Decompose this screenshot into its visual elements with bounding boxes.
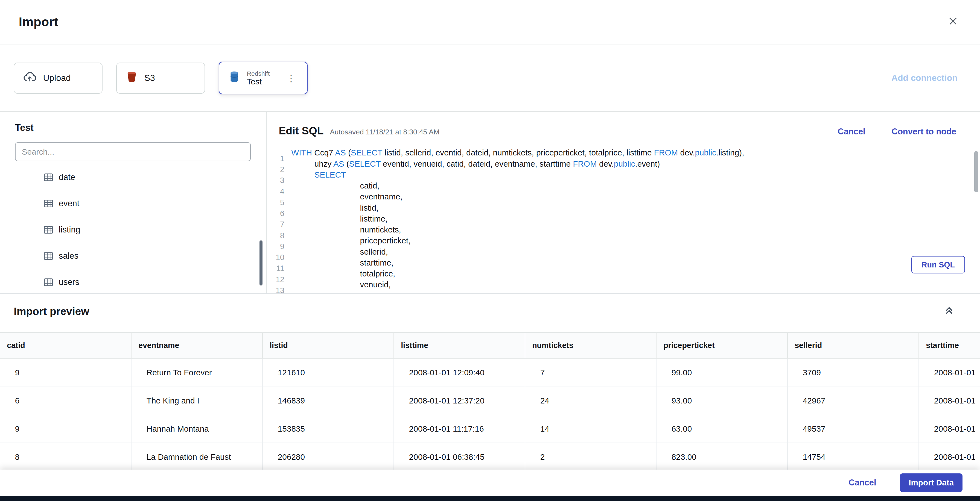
kebab-menu-icon[interactable]: ⋮ — [284, 71, 298, 85]
preview-header-row: catideventnamelistidlisttimenumticketspr… — [0, 333, 980, 359]
add-connection-link[interactable]: Add connection — [891, 73, 958, 83]
column-header-numtickets: numtickets — [525, 333, 656, 359]
table-cell: 121610 — [262, 359, 394, 387]
line-number: 8 — [267, 230, 285, 241]
cloud-upload-icon — [23, 70, 37, 86]
import-data-button[interactable]: Import Data — [900, 473, 963, 492]
line-number: 1 — [267, 153, 285, 164]
import-preview-section: Import preview catideventnamelistidlistt… — [0, 293, 980, 469]
column-header-eventname: eventname — [131, 333, 262, 359]
s3-tile[interactable]: S3 — [116, 63, 205, 94]
table-cell: 206280 — [262, 443, 394, 469]
table-grid-icon — [44, 277, 53, 287]
table-cell: 93.00 — [656, 387, 788, 415]
table-cell: 14 — [525, 415, 656, 443]
table-item-event[interactable]: event — [0, 190, 266, 217]
autosave-status: Autosaved 11/18/21 at 8:30:45 AM — [330, 128, 439, 136]
sql-code: WITH Ccq7 AS (SELECT listid, sellerid, e… — [291, 147, 971, 290]
table-cell: Hannah Montana — [131, 415, 262, 443]
table-cell: 2008-01-01 06:38:45 — [394, 443, 525, 469]
table-cell: 14754 — [788, 443, 919, 469]
column-header-listtime: listtime — [394, 333, 525, 359]
sql-code-editor[interactable]: 12345678910111213 WITH Ccq7 AS (SELECT l… — [267, 147, 971, 293]
sql-line: SELECT — [291, 170, 971, 180]
close-icon — [948, 16, 958, 28]
connection-tiles-row: Upload S3 — [0, 45, 980, 112]
preview-table: catideventnamelistidlisttimenumticketspr… — [0, 332, 980, 469]
table-cell: Return To Forever — [131, 359, 262, 387]
run-sql-button[interactable]: Run SQL — [912, 256, 965, 273]
line-number: 4 — [267, 186, 285, 197]
column-header-starttime: starttime — [919, 333, 980, 359]
table-item-users[interactable]: users — [0, 269, 266, 293]
dialog-header: Import — [0, 0, 980, 45]
main-area: Test dateeventlistingsalesusers Edit SQL… — [0, 112, 980, 293]
sql-editor-actions: Cancel Convert to node — [838, 127, 956, 136]
line-number: 9 — [267, 241, 285, 252]
table-item-sales[interactable]: sales — [0, 243, 266, 269]
convert-to-node-button[interactable]: Convert to node — [892, 127, 956, 136]
table-row: 9Return To Forever1216102008-01-01 12:09… — [0, 359, 980, 387]
sql-line: starttime, — [291, 257, 971, 268]
connection-title: Test — [0, 112, 266, 133]
redshift-tile-selected[interactable]: Redshift Test ⋮ — [219, 62, 308, 94]
line-number: 2 — [267, 164, 285, 175]
table-grid-icon — [44, 199, 53, 208]
table-cell: 2 — [525, 443, 656, 469]
screen: Import Upload — [0, 0, 980, 501]
table-cell: 2008-01-01 — [919, 443, 980, 469]
table-item-label: sales — [59, 251, 78, 261]
sql-line: venueid, — [291, 279, 971, 290]
table-cell: 3709 — [788, 359, 919, 387]
table-item-label: date — [59, 172, 75, 182]
table-grid-icon — [44, 251, 53, 261]
connection-type-label: Redshift — [247, 70, 270, 77]
table-cell: 63.00 — [656, 415, 788, 443]
upload-tile[interactable]: Upload — [14, 63, 103, 94]
import-preview-header: Import preview — [0, 294, 980, 320]
table-item-date[interactable]: date — [0, 164, 266, 190]
line-number: 5 — [267, 197, 285, 208]
table-cell: 9 — [0, 359, 131, 387]
table-item-listing[interactable]: listing — [0, 217, 266, 243]
table-item-label: listing — [59, 225, 80, 235]
table-list: dateeventlistingsalesusers — [0, 164, 266, 293]
table-grid-icon — [44, 225, 53, 235]
cancel-button[interactable]: Cancel — [848, 478, 876, 488]
search-input[interactable] — [15, 142, 251, 161]
table-cell: 2008-01-01 — [919, 415, 980, 443]
table-cell: 146839 — [262, 387, 394, 415]
table-cell: 6 — [0, 387, 131, 415]
s3-tile-label: S3 — [145, 73, 155, 83]
table-cell: 8 — [0, 443, 131, 469]
sql-line: sellerid, — [291, 246, 971, 257]
table-cell: The King and I — [131, 387, 262, 415]
double-chevron-up-icon — [945, 308, 954, 317]
cancel-sql-button[interactable]: Cancel — [838, 127, 865, 136]
sql-line: catid, — [291, 180, 971, 191]
page-title: Import — [19, 15, 59, 29]
collapse-preview-button[interactable] — [942, 303, 956, 320]
table-item-label: users — [59, 277, 79, 287]
table-cell: 2008-01-01 12:37:20 — [394, 387, 525, 415]
table-cell: 9 — [0, 415, 131, 443]
close-button[interactable] — [945, 14, 961, 30]
sql-line: eventname, — [291, 191, 971, 202]
sql-panel-scrollbar[interactable] — [974, 151, 978, 192]
line-number: 13 — [267, 285, 285, 293]
redshift-tile-text: Redshift Test — [247, 70, 270, 86]
table-grid-icon — [44, 173, 53, 182]
table-cell: La Damnation de Faust — [131, 443, 262, 469]
sql-line: listtime, — [291, 213, 971, 224]
table-cell: 153835 — [262, 415, 394, 443]
table-cell: 823.00 — [656, 443, 788, 469]
left-panel-scrollbar[interactable] — [259, 240, 262, 285]
table-cell: 49537 — [788, 415, 919, 443]
table-cell: 2008-01-01 — [919, 359, 980, 387]
sql-line: priceperticket, — [291, 235, 971, 246]
table-row: 6The King and I1468392008-01-01 12:37:20… — [0, 387, 980, 415]
s3-icon — [126, 70, 138, 86]
line-number: 6 — [267, 208, 285, 219]
sql-editor-panel: Edit SQL Autosaved 11/18/21 at 8:30:45 A… — [267, 112, 980, 293]
table-cell: 7 — [525, 359, 656, 387]
